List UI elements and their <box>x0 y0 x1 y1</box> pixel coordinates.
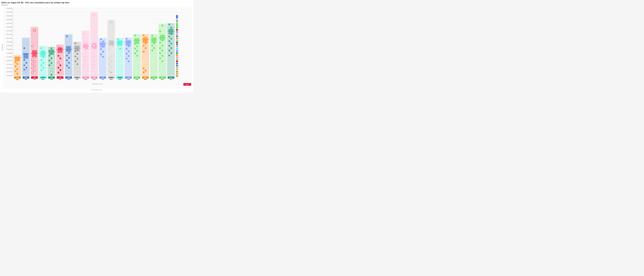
svg-text:16: 16 <box>24 60 25 60</box>
svg-text:20: 20 <box>136 46 138 47</box>
svg-rect-42 <box>15 57 20 61</box>
svg-text:21: 21 <box>60 70 61 71</box>
svg-text:14: 14 <box>77 54 78 54</box>
svg-text:21: 21 <box>143 51 144 52</box>
svg-text:HAM: HAM <box>118 77 122 78</box>
svg-text:2: 2 <box>178 36 179 37</box>
svg-text:18: 18 <box>110 72 112 73</box>
svg-text:16: 16 <box>15 71 16 72</box>
svg-text:1: 1 <box>178 20 179 22</box>
svg-text:01:43.000: 01:43.000 <box>6 23 12 24</box>
svg-text:21: 21 <box>120 41 120 42</box>
svg-text:18: 18 <box>92 68 92 69</box>
svg-rect-644 <box>176 75 178 77</box>
svg-text:25: 25 <box>169 46 170 46</box>
svg-text:23: 23 <box>58 56 59 56</box>
svg-text:20: 20 <box>49 60 50 61</box>
svg-text:17: 17 <box>94 66 94 66</box>
svg-text:19: 19 <box>128 56 129 57</box>
svg-rect-606 <box>176 35 178 37</box>
svg-text:ALO: ALO <box>170 79 172 80</box>
svg-rect-616 <box>176 46 178 48</box>
svg-text:16: 16 <box>86 62 86 63</box>
svg-rect-636 <box>176 67 178 68</box>
svg-rect-614 <box>176 44 178 45</box>
svg-text:23: 23 <box>169 36 170 37</box>
svg-rect-598 <box>176 23 178 29</box>
svg-text:18: 18 <box>171 34 172 35</box>
svg-text:21: 21 <box>17 64 18 64</box>
svg-text:2: 2 <box>178 42 179 43</box>
svg-text:3: 3 <box>178 50 179 52</box>
svg-text:17: 17 <box>100 54 102 55</box>
svg-text:24: 24 <box>34 61 35 62</box>
svg-text:2: 2 <box>178 59 179 60</box>
svg-text:27: 27 <box>60 48 61 49</box>
svg-rect-628 <box>176 58 178 60</box>
svg-text:01:42.500: 01:42.500 <box>6 26 12 28</box>
svg-text:19: 19 <box>41 54 42 55</box>
svg-text:17: 17 <box>171 27 172 28</box>
svg-text:2: 2 <box>58 46 59 47</box>
svg-text:19: 19 <box>143 41 144 42</box>
svg-text:20: 20 <box>34 57 35 58</box>
svg-text:17: 17 <box>68 58 70 58</box>
svg-text:25: 25 <box>136 50 138 52</box>
svg-text:3: 3 <box>178 71 179 72</box>
svg-text:GAS: GAS <box>93 79 96 80</box>
svg-text:01:42.000: 01:42.000 <box>6 30 12 32</box>
svg-rect-167 <box>65 34 72 76</box>
svg-text:STR: STR <box>50 79 53 80</box>
svg-text:19: 19 <box>108 70 110 71</box>
svg-text:19: 19 <box>51 53 52 54</box>
svg-text:24: 24 <box>152 35 153 36</box>
svg-text:2: 2 <box>178 57 179 58</box>
svg-text:LAW: LAW <box>127 77 130 78</box>
svg-text:21: 21 <box>128 41 129 42</box>
svg-text:18: 18 <box>75 56 76 57</box>
svg-text:01:41.500: 01:41.500 <box>6 34 12 35</box>
svg-text:TSU: TSU <box>102 79 104 80</box>
svg-text:21: 21 <box>171 52 172 54</box>
svg-text:20: 20 <box>152 46 153 46</box>
svg-text:HAM: HAM <box>118 79 121 80</box>
chart-title: 2024 Las Vegas GP 🇺🇸 - FP2 race simulati… <box>2 2 192 4</box>
svg-text:26: 26 <box>94 46 94 46</box>
svg-text:25: 25 <box>128 61 129 62</box>
svg-text:18: 18 <box>128 46 129 47</box>
svg-text:17: 17 <box>75 61 76 62</box>
svg-rect-638 <box>176 69 178 70</box>
svg-text:2: 2 <box>178 55 179 56</box>
svg-text:SAI: SAI <box>34 77 36 78</box>
svg-text:21: 21 <box>100 44 102 45</box>
svg-text:24: 24 <box>92 53 92 54</box>
svg-text:BOT: BOT <box>161 79 164 80</box>
svg-text:21: 21 <box>118 44 119 45</box>
svg-text:GAS: GAS <box>93 77 96 78</box>
svg-text:18: 18 <box>145 70 146 71</box>
svg-text:01:43.500: 01:43.500 <box>6 19 12 20</box>
svg-text:19: 19 <box>102 46 104 47</box>
svg-text:19: 19 <box>126 58 127 59</box>
svg-text:2: 2 <box>178 48 179 50</box>
svg-text:01:44.000: 01:44.000 <box>6 15 12 16</box>
svg-text:RUS: RUS <box>42 79 44 80</box>
svg-text:OCO: OCO <box>84 77 87 78</box>
svg-text:22: 22 <box>15 62 16 63</box>
svg-text:ALO: ALO <box>170 77 172 78</box>
svg-text:22: 22 <box>26 57 27 58</box>
chart-container: 2024 Las Vegas GP 🇺🇸 - FP2 race simulati… <box>0 0 193 92</box>
svg-text:20: 20 <box>171 43 172 44</box>
svg-text:19: 19 <box>66 60 68 61</box>
svg-rect-608 <box>176 38 178 39</box>
svg-text:16: 16 <box>108 42 110 43</box>
svg-rect-620 <box>176 50 178 52</box>
svg-text:3: 3 <box>178 44 179 46</box>
svg-text:23: 23 <box>43 57 44 58</box>
svg-text:17: 17 <box>126 53 127 54</box>
svg-text:HUL: HUL <box>76 79 78 80</box>
svg-text:20: 20 <box>41 60 42 60</box>
svg-text:25: 25 <box>34 30 35 31</box>
svg-text:18: 18 <box>102 56 104 58</box>
svg-text:20: 20 <box>152 50 153 51</box>
